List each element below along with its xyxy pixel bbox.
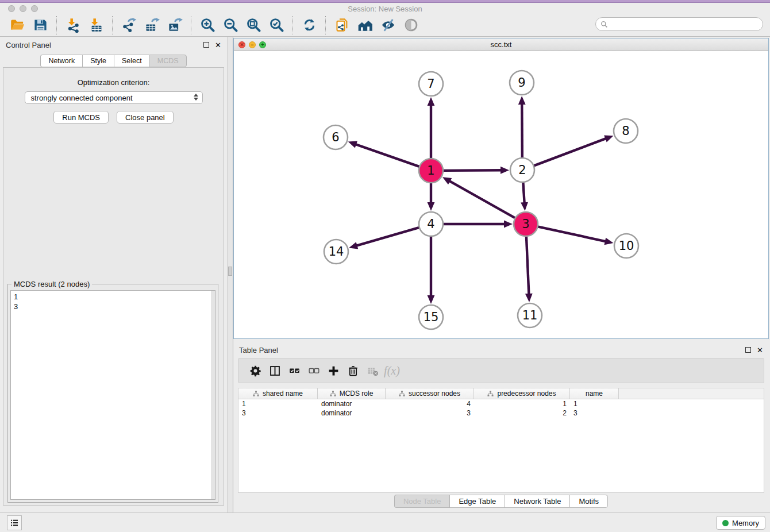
- welcome-screen-icon[interactable]: [355, 16, 375, 35]
- graph-edge-1-2[interactable]: [443, 167, 509, 174]
- graph-edge-2-9[interactable]: [518, 96, 526, 158]
- network-maximize-icon[interactable]: +: [259, 41, 266, 48]
- svg-text:7: 7: [427, 77, 434, 91]
- delete-column-icon[interactable]: [343, 362, 363, 379]
- close-panel-icon[interactable]: ✕: [215, 41, 221, 49]
- task-history-button[interactable]: [7, 515, 22, 530]
- column-header-MCDS-role[interactable]: MCDS role: [318, 388, 386, 399]
- graph-edge-1-7[interactable]: [428, 97, 435, 159]
- graph-node-8[interactable]: 8: [614, 119, 638, 143]
- optimization-criterion-select[interactable]: strongly connected component: [25, 91, 203, 104]
- graph-node-4[interactable]: 4: [419, 212, 443, 236]
- deselect-all-icon[interactable]: [304, 362, 324, 379]
- svg-text:1: 1: [427, 164, 434, 178]
- close-panel-button[interactable]: Close panel: [117, 111, 174, 124]
- graph-edge-4-15[interactable]: [428, 236, 435, 304]
- control-tab-network[interactable]: Network: [40, 55, 82, 67]
- graph-node-10[interactable]: 10: [614, 234, 638, 258]
- graph-edge-4-14[interactable]: [349, 228, 419, 249]
- splitter-handle[interactable]: [228, 267, 232, 276]
- network-close-icon[interactable]: ✕: [238, 41, 245, 48]
- delete-table-icon[interactable]: [363, 362, 382, 379]
- table-cell[interactable]: 3: [238, 408, 318, 418]
- column-header-successor-nodes[interactable]: successor nodes: [386, 388, 474, 399]
- table-tab-node-table[interactable]: Node Table: [394, 495, 450, 508]
- graph-node-14[interactable]: 14: [324, 240, 348, 264]
- graph-node-7[interactable]: 7: [419, 72, 443, 96]
- column-header-name[interactable]: name: [570, 388, 619, 399]
- table-cell[interactable]: 1: [238, 399, 318, 408]
- function-builder-icon[interactable]: f(x): [382, 362, 402, 379]
- export-table-icon[interactable]: [142, 16, 161, 35]
- run-mcds-button[interactable]: Run MCDS: [53, 111, 109, 124]
- graph-node-6[interactable]: 6: [324, 125, 348, 149]
- graph-node-11[interactable]: 11: [518, 303, 542, 327]
- graph-edge-1-6[interactable]: [348, 141, 419, 167]
- mcds-result-textarea[interactable]: 1 3: [10, 290, 215, 500]
- zoom-selected-icon[interactable]: [267, 16, 286, 35]
- zoom-fit-icon[interactable]: [244, 16, 263, 35]
- float-table-panel-icon[interactable]: [745, 347, 751, 353]
- graph-node-15[interactable]: 15: [419, 305, 443, 329]
- svg-text:4: 4: [427, 217, 434, 231]
- duplicate-network-icon[interactable]: [332, 16, 352, 35]
- refresh-icon[interactable]: [299, 16, 319, 35]
- graph-edge-3-10[interactable]: [538, 226, 614, 245]
- export-network-icon[interactable]: [119, 16, 138, 35]
- float-panel-icon[interactable]: [203, 42, 209, 48]
- hide-graphics-icon[interactable]: [378, 16, 398, 35]
- zoom-out-icon[interactable]: [221, 16, 240, 35]
- result-scrollbar[interactable]: [211, 291, 215, 499]
- control-tab-select[interactable]: Select: [114, 55, 149, 67]
- network-window-titlebar[interactable]: ✕ − + scc.txt: [234, 38, 768, 51]
- network-canvas[interactable]: 7968124314101511: [234, 51, 768, 338]
- table-row[interactable]: 1dominator411: [238, 399, 764, 408]
- graph-node-1[interactable]: 1: [419, 159, 443, 183]
- zoom-in-icon[interactable]: [198, 16, 217, 35]
- column-header-predecessor-nodes[interactable]: predecessor nodes: [474, 388, 570, 399]
- table-tab-network-table[interactable]: Network Table: [505, 495, 569, 508]
- graph-edge-4-3[interactable]: [443, 221, 513, 228]
- table-cell[interactable]: dominator: [318, 399, 386, 408]
- graph-node-3[interactable]: 3: [514, 212, 538, 236]
- memory-button[interactable]: Memory: [716, 516, 765, 530]
- save-session-icon[interactable]: [30, 16, 50, 35]
- control-tab-style[interactable]: Style: [82, 55, 114, 67]
- table-cell[interactable]: dominator: [318, 408, 386, 418]
- detail-level-icon[interactable]: [401, 16, 421, 35]
- table-cell[interactable]: 1: [474, 399, 570, 408]
- table-cell[interactable]: 1: [570, 399, 619, 408]
- table-cell[interactable]: 2: [474, 408, 570, 418]
- column-browser-icon[interactable]: [265, 362, 284, 379]
- graph-edge-2-3[interactable]: [521, 182, 528, 211]
- toolbar-separator: [112, 16, 113, 34]
- graph-edge-3-11[interactable]: [525, 236, 533, 302]
- graph-edge-1-4[interactable]: [428, 183, 435, 211]
- network-minimize-icon[interactable]: −: [249, 41, 256, 48]
- search-input[interactable]: [608, 18, 763, 30]
- panel-splitter[interactable]: [227, 37, 233, 512]
- table-cell[interactable]: 3: [570, 408, 619, 418]
- search-box[interactable]: [595, 17, 763, 31]
- table-cell[interactable]: 4: [386, 399, 474, 408]
- graph-node-9[interactable]: 9: [510, 71, 534, 95]
- control-panel-header: Control Panel ✕: [0, 37, 227, 53]
- export-image-icon[interactable]: [165, 16, 184, 35]
- open-session-icon[interactable]: [7, 16, 27, 35]
- add-column-icon[interactable]: [324, 362, 343, 379]
- table-cell[interactable]: 3: [386, 408, 474, 418]
- status-bar: Memory: [0, 512, 770, 532]
- table-tab-motifs[interactable]: Motifs: [569, 495, 608, 508]
- graph-node-2[interactable]: 2: [510, 158, 534, 182]
- import-network-icon[interactable]: [63, 16, 83, 35]
- close-table-panel-icon[interactable]: ✕: [757, 346, 763, 354]
- control-tab-mcds[interactable]: MCDS: [149, 55, 187, 67]
- select-all-icon[interactable]: [284, 362, 304, 379]
- column-header-shared-name[interactable]: shared name: [238, 388, 318, 399]
- graph-edge-2-8[interactable]: [534, 135, 614, 165]
- graph-edge-3-1[interactable]: [442, 177, 515, 218]
- table-row[interactable]: 3dominator323: [238, 408, 764, 418]
- import-table-icon[interactable]: [86, 16, 106, 35]
- table-tab-edge-table[interactable]: Edge Table: [449, 495, 505, 508]
- gear-icon[interactable]: [245, 362, 265, 379]
